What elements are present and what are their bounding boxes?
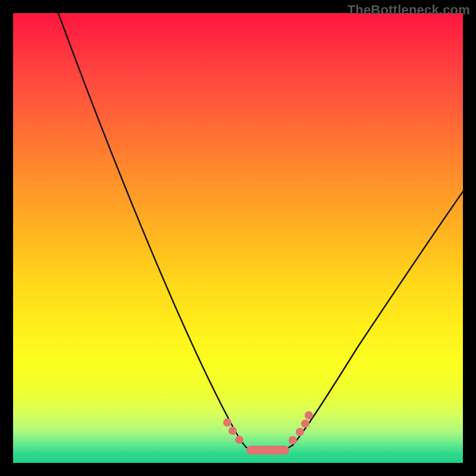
plateau-pill [246, 446, 289, 455]
watermark-text: TheBottleneck.com [347, 2, 470, 18]
marker-dot [301, 419, 309, 428]
bottleneck-curve [13, 13, 463, 463]
gradient-plot-area [13, 13, 463, 463]
marker-dot [235, 436, 243, 444]
marker-dot [305, 411, 313, 419]
marker-dot [296, 428, 304, 436]
curve-right-branch [293, 192, 463, 445]
curve-left-branch [58, 13, 246, 447]
marker-dot [289, 436, 297, 444]
marker-dot [223, 418, 231, 427]
marker-dot [228, 427, 237, 435]
